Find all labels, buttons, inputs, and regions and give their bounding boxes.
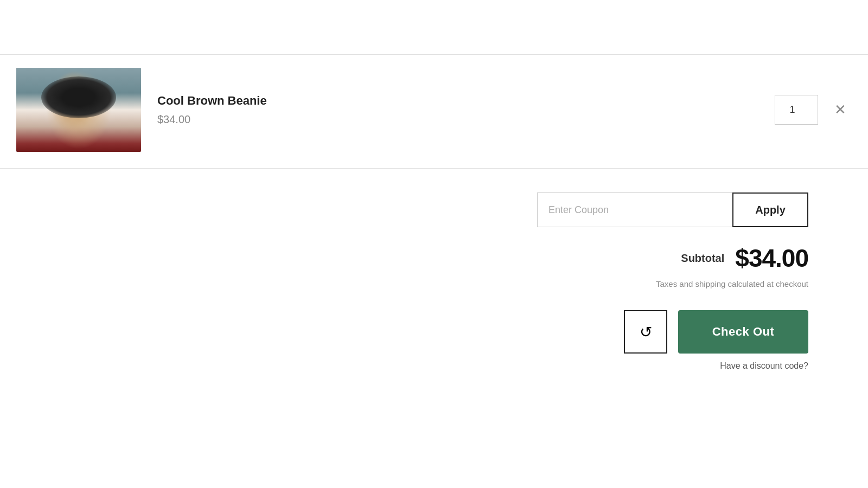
coupon-input[interactable] — [537, 192, 732, 227]
quantity-controls: ✕ — [775, 95, 852, 125]
action-row: ↺ Check Out — [537, 310, 808, 354]
checkout-button[interactable]: Check Out — [678, 310, 808, 354]
apply-coupon-button[interactable]: Apply — [732, 192, 808, 227]
discount-note: Have a discount code? — [537, 361, 808, 371]
product-image — [16, 68, 141, 152]
bottom-divider — [0, 168, 868, 169]
summary-area: Apply Subtotal $34.00 Taxes and shipping… — [537, 192, 808, 371]
remove-button[interactable]: ✕ — [829, 99, 852, 121]
taxes-note: Taxes and shipping calculated at checkou… — [537, 279, 808, 288]
product-image-wrapper — [16, 68, 141, 152]
subtotal-amount: $34.00 — [735, 243, 808, 273]
coupon-row: Apply — [537, 192, 808, 227]
refresh-cart-button[interactable]: ↺ — [624, 310, 667, 354]
page-container: Cool Brown Beanie $34.00 ✕ Apply Subtota… — [0, 0, 868, 488]
product-name: Cool Brown Beanie — [157, 94, 775, 108]
subtotal-row: Subtotal $34.00 — [537, 243, 808, 273]
cart-item: Cool Brown Beanie $34.00 ✕ — [16, 62, 852, 157]
product-info: Cool Brown Beanie $34.00 — [157, 94, 775, 126]
top-divider — [0, 54, 868, 55]
subtotal-label: Subtotal — [681, 252, 724, 265]
quantity-input[interactable] — [775, 95, 818, 125]
product-price: $34.00 — [157, 113, 775, 126]
refresh-icon: ↺ — [640, 323, 652, 341]
